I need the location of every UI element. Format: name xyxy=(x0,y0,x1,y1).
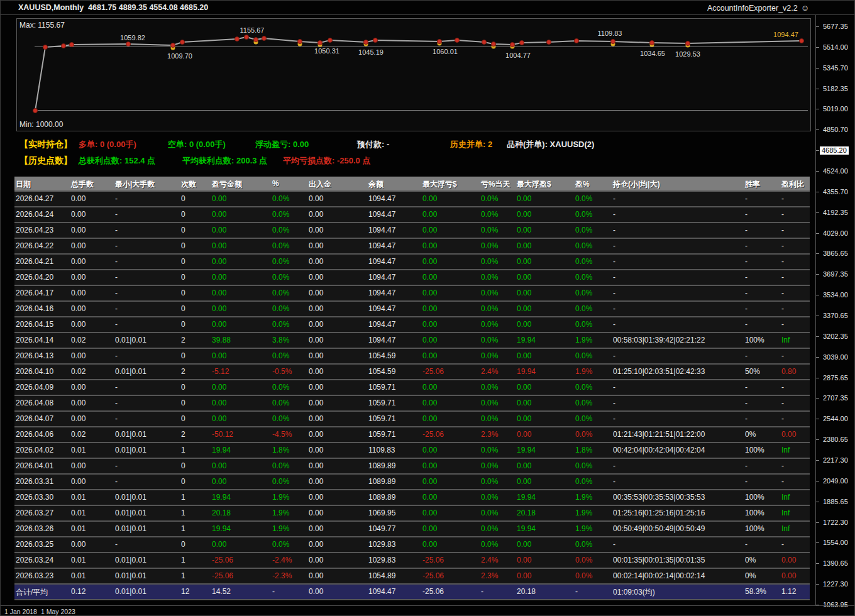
table-cell: 0.00 xyxy=(212,399,226,407)
column-header: 最大浮盈$ xyxy=(517,179,551,190)
table-cell: 0 xyxy=(181,320,185,329)
table-cell: 0.00 xyxy=(309,210,323,219)
table-cell: Inf xyxy=(781,493,790,502)
table-cell: 0.00 xyxy=(212,273,226,282)
table-cell: 100% xyxy=(745,446,764,454)
realtime-position-row: 【实时持仓】多单: 0 (0.00手)空单: 0 (0.00手)浮动盈亏: 0.… xyxy=(1,139,812,150)
symbol-ohlc-title: XAUUSD,Monthly 4681.75 4889.35 4554.08 4… xyxy=(18,3,208,12)
table-cell: 1089.89 xyxy=(368,493,395,502)
daily-stats-table: 日期总手数最小|大手数次数盈亏金额%出入金余额最大浮亏$亏%当天最大浮盈$盈%持… xyxy=(14,177,810,600)
table-cell: 1069.95 xyxy=(368,509,395,517)
table-cell: 0.00 xyxy=(309,493,323,502)
table-cell: 0.0% xyxy=(575,304,592,313)
time-axis[interactable]: 1 Jan 2018 1 May 2023 xyxy=(1,605,854,616)
equity-curve-chart[interactable]: 1059.821009.701155.671050.311045.191060.… xyxy=(16,18,811,131)
table-cell: 0.00 xyxy=(309,414,323,423)
history-points-row: 【历史点数】总获利点数: 152.4 点平均获利点数: 200.3 点平均亏损点… xyxy=(1,155,812,167)
table-cell: - xyxy=(115,461,118,470)
table-cell: 0.02 xyxy=(71,430,86,439)
table-cell: -25.06 xyxy=(212,556,233,564)
column-header: 最小|大手数 xyxy=(115,179,155,190)
price-tick xyxy=(816,129,819,130)
table-cell: 2026.03.31 xyxy=(16,477,53,486)
table-cell: 0.00 xyxy=(517,210,531,219)
table-cell: 1.8% xyxy=(575,446,592,454)
table-cell: - xyxy=(781,194,784,203)
table-row: 2026.03.240.010.01|0.011-25.06-2.4%0.001… xyxy=(14,553,810,569)
table-cell: 1094.47 xyxy=(368,304,395,313)
table-cell: - xyxy=(781,399,784,407)
table-cell: 0.0% xyxy=(481,257,498,266)
table-cell: 0.00 xyxy=(212,210,226,219)
table-cell: 0.00 xyxy=(422,210,437,219)
table-cell: 0 xyxy=(181,461,185,470)
table-cell: 0.0% xyxy=(575,540,592,549)
table-cell: 0.00 xyxy=(309,509,323,517)
table-cell: 19.94 xyxy=(517,367,536,376)
table-cell: 0.0% xyxy=(481,351,498,360)
trade-dot xyxy=(43,45,48,50)
table-cell: 01:25:16|01:25:16|01:25:16 xyxy=(613,509,705,517)
table-cell: 0.00 xyxy=(517,273,531,282)
table-cell: - xyxy=(613,351,615,360)
table-cell: 2026.03.26 xyxy=(16,524,53,533)
trade-dot xyxy=(70,43,74,47)
table-cell: 0.0% xyxy=(481,320,498,329)
table-cell: - xyxy=(115,194,118,203)
balance-point-label: 1155.67 xyxy=(240,26,265,34)
table-cell: 0.0% xyxy=(272,320,289,329)
table-cell: 2.3% xyxy=(481,571,498,580)
table-cell: 0.0% xyxy=(575,414,592,423)
table-cell: 0.01 xyxy=(71,556,86,564)
table-cell: 0.01|0.01 xyxy=(115,524,146,533)
table-cell: 0.00 xyxy=(422,509,437,517)
table-cell: 1094.47 xyxy=(368,194,395,203)
table-cell: 0.00 xyxy=(422,414,437,423)
price-tick xyxy=(816,26,819,27)
table-cell: - xyxy=(781,461,784,470)
price-tick-label: 3865.65 xyxy=(823,250,848,258)
smiley-icon[interactable]: ☺ xyxy=(801,3,809,13)
table-cell: 2026.03.27 xyxy=(16,509,53,517)
table-cell: 0.0% xyxy=(575,383,592,392)
table-cell: 0.0% xyxy=(481,524,498,533)
table-cell: 0.0% xyxy=(481,477,498,486)
table-row: 2026.03.230.010.01|0.011-25.06-2.3%0.001… xyxy=(14,569,810,585)
table-cell: -25.06 xyxy=(422,430,444,439)
table-cell: 0% xyxy=(745,430,756,439)
table-cell: 0.00 xyxy=(309,320,323,329)
table-cell: - xyxy=(115,414,118,423)
min-balance-label: Min: 1000.00 xyxy=(19,120,63,129)
table-cell: 2026.04.14 xyxy=(16,336,53,344)
table-row: 2026.04.150.00-00.000.0%0.001094.470.000… xyxy=(14,317,810,333)
table-cell: 0.02 xyxy=(71,336,86,344)
current-price-label: 4685.20 xyxy=(820,146,849,155)
table-cell: 0.00 xyxy=(71,461,86,470)
table-cell: 0.00 xyxy=(212,351,226,360)
column-header: 盈% xyxy=(575,179,590,190)
table-row: 2026.04.010.00-00.000.0%0.001089.890.000… xyxy=(14,459,810,475)
table-row: 2026.04.080.00-00.000.0%0.001059.710.000… xyxy=(14,396,810,412)
table-cell: - xyxy=(613,257,615,266)
price-tick-label: 2707.35 xyxy=(823,394,848,402)
table-cell: 1094.47 xyxy=(368,336,395,344)
table-cell: 0.01|0.01 xyxy=(115,556,146,564)
price-tick xyxy=(816,460,819,461)
price-tick xyxy=(816,542,819,543)
table-cell: 0.0% xyxy=(272,194,289,203)
balance-point-label: 1004.77 xyxy=(505,52,531,59)
table-cell: 2026.03.23 xyxy=(16,571,53,580)
table-cell: 1094.47 xyxy=(368,226,395,234)
table-cell: 14.52 xyxy=(212,587,231,596)
table-cell: - xyxy=(115,304,118,313)
info-item: 【历史点数】 xyxy=(19,155,72,167)
table-cell: 1 xyxy=(181,524,185,533)
table-cell: 0.00 xyxy=(71,477,86,486)
table-cell: 1.9% xyxy=(575,493,592,502)
table-cell: 0.0% xyxy=(481,304,498,313)
table-cell: 0.00 xyxy=(422,194,437,203)
price-axis[interactable]: 5677.355514.005345.705182.355019.004850.… xyxy=(815,15,855,605)
table-cell: - xyxy=(575,587,578,596)
table-cell: 0.0% xyxy=(272,273,289,282)
trade-dot xyxy=(235,37,240,41)
